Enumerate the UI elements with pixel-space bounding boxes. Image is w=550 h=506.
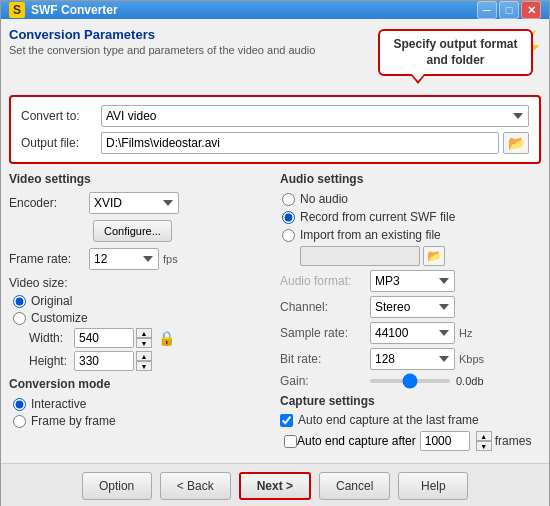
samplerate-select[interactable]: 44100 22050 11025 (370, 322, 455, 344)
maximize-button[interactable]: □ (499, 1, 519, 19)
channel-select[interactable]: Stereo Mono (370, 296, 455, 318)
gain-slider[interactable] (370, 379, 450, 383)
no-audio-radio[interactable] (282, 193, 295, 206)
output-file-input[interactable] (101, 132, 499, 154)
channel-row: Channel: Stereo Mono (280, 296, 541, 318)
interactive-radio[interactable] (13, 398, 26, 411)
encoder-select[interactable]: XVID (89, 192, 179, 214)
auto-after-row: Auto end capture after ▲ ▼ frames (280, 431, 541, 451)
height-label: Height: (29, 354, 74, 368)
footer: Option < Back Next > Cancel Help (1, 463, 549, 506)
frames-input[interactable] (420, 431, 470, 451)
cancel-button[interactable]: Cancel (319, 472, 390, 500)
help-button[interactable]: Help (398, 472, 468, 500)
bitrate-label: Bit rate: (280, 352, 370, 366)
lock-icon: 🔒 (158, 330, 175, 346)
configure-button[interactable]: Configure... (93, 220, 172, 242)
width-input[interactable] (74, 328, 134, 348)
auto-end-label: Auto end capture at the last frame (298, 413, 479, 427)
record-audio-label: Record from current SWF file (300, 210, 455, 224)
width-label: Width: (29, 331, 74, 345)
browse-folder-button[interactable]: 📂 (503, 132, 529, 154)
convert-to-row: Convert to: AVI video MP4 video WMV vide… (21, 105, 529, 127)
import-audio-label: Import from an existing file (300, 228, 441, 242)
height-input[interactable] (74, 351, 134, 371)
import-audio-radio[interactable] (282, 229, 295, 242)
no-audio-label: No audio (300, 192, 348, 206)
conversion-mode-title: Conversion mode (9, 377, 270, 391)
video-size-group: Video size: Original Customize Width: ▲ (9, 276, 270, 371)
framerate-label: Frame rate: (9, 252, 89, 266)
customize-radio[interactable] (13, 312, 26, 325)
bitrate-select[interactable]: 128 192 256 (370, 348, 455, 370)
width-row: Width: ▲ ▼ 🔒 (9, 328, 270, 348)
format-select[interactable]: AVI video MP4 video WMV video MOV video … (101, 105, 529, 127)
frameby-radio-row: Frame by frame (9, 414, 270, 428)
auto-end-row: Auto end capture at the last frame (280, 413, 541, 427)
gain-label: Gain: (280, 374, 370, 388)
frameby-label: Frame by frame (31, 414, 116, 428)
audio-file-row: 📂 (280, 246, 541, 266)
video-settings-title: Video settings (9, 172, 270, 186)
original-radio[interactable] (13, 295, 26, 308)
left-column: Video settings Encoder: XVID Configure..… (9, 172, 270, 455)
no-audio-row: No audio (280, 192, 541, 206)
header-text: Conversion Parameters Set the conversion… (9, 27, 331, 56)
option-button[interactable]: Option (82, 472, 152, 500)
framerate-select[interactable]: 12 (89, 248, 159, 270)
two-column-layout: Video settings Encoder: XVID Configure..… (9, 172, 541, 455)
minimize-button[interactable]: ─ (477, 1, 497, 19)
app-icon: S (9, 2, 25, 18)
frames-spinner: ▲ ▼ (476, 431, 492, 451)
configure-row: Configure... (9, 220, 270, 242)
width-spinner: ▲ ▼ (136, 328, 152, 348)
samplerate-unit: Hz (459, 327, 472, 339)
height-up-button[interactable]: ▲ (136, 351, 152, 361)
record-audio-radio[interactable] (282, 211, 295, 224)
auto-after-checkbox[interactable] (284, 435, 297, 448)
encoder-label: Encoder: (9, 196, 89, 210)
next-button[interactable]: Next > (239, 472, 311, 500)
capture-settings-group: Capture settings Auto end capture at the… (280, 394, 541, 451)
audio-file-input[interactable] (300, 246, 420, 266)
back-button[interactable]: < Back (160, 472, 231, 500)
customize-radio-row: Customize (9, 311, 270, 325)
bitrate-row: Bit rate: 128 192 256 Kbps (280, 348, 541, 370)
callout-box: Specify output format and folder (378, 29, 533, 76)
auto-end-checkbox[interactable] (280, 414, 293, 427)
channel-label: Channel: (280, 300, 370, 314)
header-area: Conversion Parameters Set the conversion… (9, 27, 541, 87)
close-button[interactable]: ✕ (521, 1, 541, 19)
title-bar: S SWF Converter ─ □ ✕ (1, 1, 549, 19)
convert-to-label: Convert to: (21, 109, 101, 123)
convert-panel: Convert to: AVI video MP4 video WMV vide… (9, 95, 541, 164)
gain-value: 0.0db (456, 375, 484, 387)
record-audio-row: Record from current SWF file (280, 210, 541, 224)
right-column: Audio settings No audio Record from curr… (280, 172, 541, 455)
audio-browse-button[interactable]: 📂 (423, 246, 445, 266)
gain-row: Gain: 0.0db (280, 374, 541, 388)
original-label: Original (31, 294, 72, 308)
original-radio-row: Original (9, 294, 270, 308)
conversion-mode-group: Conversion mode Interactive Frame by fra… (9, 377, 270, 428)
capture-settings-title: Capture settings (280, 394, 541, 408)
import-audio-row: Import from an existing file (280, 228, 541, 242)
height-down-button[interactable]: ▼ (136, 361, 152, 371)
audio-settings-title: Audio settings (280, 172, 541, 186)
samplerate-row: Sample rate: 44100 22050 11025 Hz (280, 322, 541, 344)
frameby-radio[interactable] (13, 415, 26, 428)
content-area: Conversion Parameters Set the conversion… (1, 19, 549, 463)
header-subtitle: Set the conversion type and parameters o… (9, 44, 331, 56)
interactive-label: Interactive (31, 397, 86, 411)
window-controls: ─ □ ✕ (477, 1, 541, 19)
bitrate-unit: Kbps (459, 353, 484, 365)
encoder-row: Encoder: XVID (9, 192, 270, 214)
frames-down-button[interactable]: ▼ (476, 441, 492, 451)
audio-format-select[interactable]: MP3 (370, 270, 455, 292)
samplerate-label: Sample rate: (280, 326, 370, 340)
width-up-button[interactable]: ▲ (136, 328, 152, 338)
videosize-label: Video size: (9, 276, 270, 290)
frames-up-button[interactable]: ▲ (476, 431, 492, 441)
height-spinner: ▲ ▼ (136, 351, 152, 371)
width-down-button[interactable]: ▼ (136, 338, 152, 348)
